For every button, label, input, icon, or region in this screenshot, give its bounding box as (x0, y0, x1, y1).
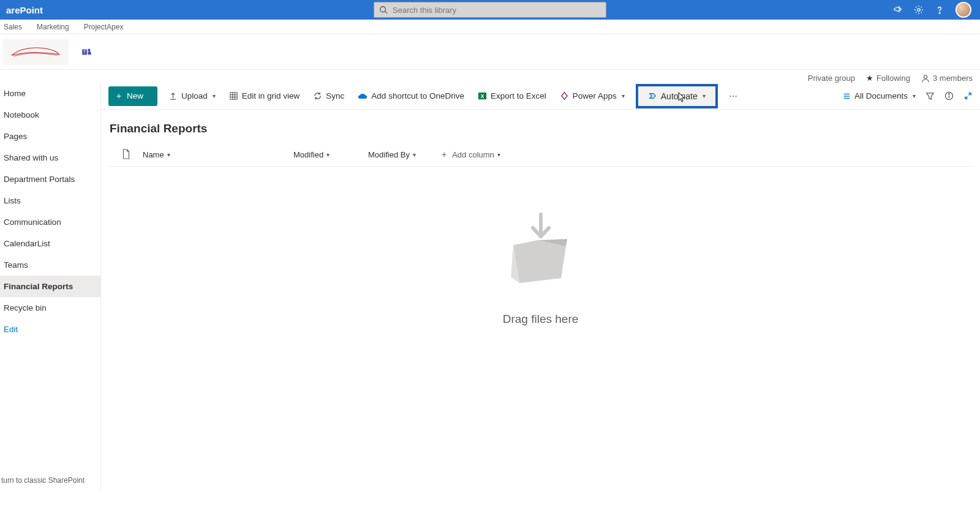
add-column-button[interactable]: + Add column ▾ (442, 150, 527, 159)
nav-financial-reports[interactable]: Financial Reports (0, 276, 100, 297)
site-header: T (0, 34, 980, 70)
chevron-down-icon: ▾ (622, 93, 625, 99)
export-excel-button[interactable]: X Export to Excel (475, 89, 549, 103)
modified-by-column[interactable]: Modified By ▾ (368, 150, 442, 159)
search-wrap (374, 2, 606, 18)
suite-header: arePoint (0, 0, 980, 20)
chevron-down-icon: ▾ (703, 93, 706, 99)
excel-icon: X (478, 91, 487, 100)
page-layout: Home Notebook Pages Shared with us Depar… (0, 83, 980, 491)
view-name: All Documents (854, 91, 908, 100)
command-bar: ＋ New ▾ Upload ▾ Edit in grid view (101, 83, 980, 110)
svg-rect-9 (230, 93, 237, 99)
svg-point-21 (949, 93, 950, 94)
upload-button[interactable]: Upload ▾ (166, 89, 218, 103)
expand-icon[interactable] (963, 91, 973, 100)
empty-state[interactable]: Drag files here (108, 167, 973, 491)
file-type-column[interactable] (108, 149, 143, 160)
shortcut-button[interactable]: Add shortcut to OneDrive (355, 89, 467, 103)
name-column[interactable]: Name ▾ (143, 150, 293, 159)
automate-label: Automate (661, 91, 698, 101)
classic-sharepoint-link[interactable]: turn to classic SharePoint (0, 474, 86, 487)
hub-tab-sales[interactable]: Sales (4, 23, 22, 31)
new-button[interactable]: ＋ New ▾ (108, 86, 157, 106)
search-box[interactable] (374, 2, 606, 18)
export-excel-label: Export to Excel (491, 91, 546, 100)
add-column-label: Add column (452, 150, 494, 159)
members-count: 3 members (933, 74, 973, 83)
hub-tab-projectapex[interactable]: ProjectApex (84, 23, 124, 31)
members-link[interactable]: 3 members (921, 74, 973, 83)
nav-shared[interactable]: Shared with us (0, 147, 100, 168)
svg-line-1 (385, 12, 388, 14)
chevron-down-icon: ▾ (413, 151, 416, 158)
library-title: Financial Reports (108, 117, 973, 144)
power-apps-label: Power Apps (573, 91, 617, 100)
sync-button[interactable]: Sync (311, 89, 347, 103)
chevron-down-icon: ▾ (326, 151, 330, 158)
drag-files-text: Drag files here (503, 312, 579, 326)
svg-point-2 (918, 9, 920, 11)
nav-recycle-bin[interactable]: Recycle bin (0, 297, 100, 319)
automate-icon (648, 91, 657, 100)
chevron-down-icon: ▾ (167, 151, 170, 158)
plus-icon: + (442, 150, 447, 159)
shortcut-label: Add shortcut to OneDrive (371, 91, 464, 100)
nav-communication[interactable]: Communication (0, 211, 100, 233)
svg-point-6 (88, 48, 91, 51)
following-toggle[interactable]: ★ Following (866, 74, 910, 83)
nav-lists[interactable]: Lists (0, 190, 100, 211)
site-logo[interactable] (2, 39, 69, 65)
list-icon (842, 92, 851, 100)
library-view: Financial Reports Name ▾ Modified ▾ Modi (108, 110, 973, 491)
modified-by-column-label: Modified By (368, 150, 410, 159)
gear-icon[interactable] (914, 5, 924, 15)
svg-point-8 (924, 75, 927, 78)
sync-icon (313, 91, 322, 100)
upload-icon (168, 91, 178, 100)
modified-column-label: Modified (293, 150, 323, 159)
chevron-down-icon: ▾ (213, 93, 216, 99)
site-info-row: Private group ★ Following 3 members (0, 70, 980, 83)
column-headers: Name ▾ Modified ▾ Modified By ▾ + Add co… (108, 144, 973, 167)
user-avatar[interactable] (956, 2, 971, 18)
new-label: New (127, 91, 143, 100)
onedrive-icon (358, 91, 368, 100)
nav-edit-link[interactable]: Edit (0, 319, 100, 340)
name-column-label: Name (143, 150, 164, 159)
star-icon: ★ (866, 74, 873, 83)
folder-drop-icon (495, 210, 587, 295)
more-commands-button[interactable]: ⋯ (726, 89, 740, 104)
teams-icon[interactable]: T (80, 45, 94, 59)
main-content: Financial Reports Name ▾ Modified ▾ Modi (101, 110, 980, 491)
nav-notebook[interactable]: Notebook (0, 104, 100, 126)
filter-icon[interactable] (925, 91, 935, 100)
grid-view-button[interactable]: Edit in grid view (227, 89, 303, 103)
nav-teams[interactable]: Teams (0, 254, 100, 276)
view-selector[interactable]: All Documents ▾ (842, 91, 916, 100)
sync-label: Sync (326, 91, 344, 100)
nav-pages[interactable]: Pages (0, 126, 100, 147)
person-icon (921, 74, 930, 83)
megaphone-icon[interactable] (893, 5, 903, 15)
help-icon[interactable] (935, 5, 944, 15)
svg-point-3 (939, 12, 940, 13)
nav-dept[interactable]: Department Portals (0, 168, 100, 190)
grid-view-label: Edit in grid view (242, 91, 300, 100)
svg-point-0 (380, 7, 386, 12)
info-icon[interactable] (944, 91, 954, 100)
modified-column[interactable]: Modified ▾ (293, 150, 368, 159)
search-input[interactable] (393, 6, 601, 15)
power-apps-button[interactable]: Power Apps ▾ (557, 89, 627, 103)
hub-tab-marketing[interactable]: Marketing (37, 23, 69, 31)
svg-text:X: X (481, 93, 484, 99)
automate-button[interactable]: Automate ▾ (636, 84, 718, 108)
app-name[interactable]: arePoint (5, 5, 43, 15)
powerapps-icon (560, 91, 569, 100)
nav-calendarlist[interactable]: CalendarList (0, 233, 100, 254)
following-label: Following (876, 74, 910, 83)
nav-home[interactable]: Home (0, 83, 100, 104)
chevron-down-icon: ▾ (913, 93, 916, 99)
svg-text:T: T (83, 50, 86, 54)
hub-nav: Sales Marketing ProjectApex (0, 20, 980, 34)
